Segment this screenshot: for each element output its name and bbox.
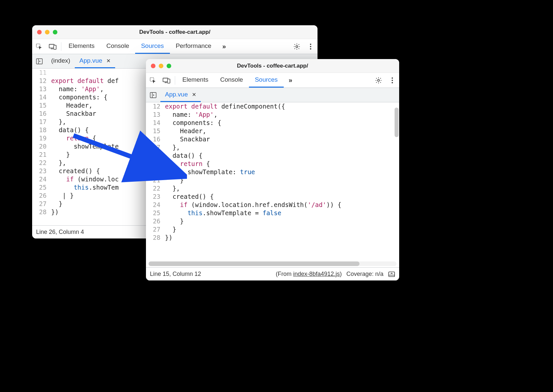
panel-tab-sources[interactable]: Sources (249, 73, 284, 88)
panel-tab-sources[interactable]: Sources (135, 39, 170, 54)
kebab-menu-icon[interactable] (304, 39, 317, 54)
file-tab-label: App.vue (79, 57, 102, 64)
svg-point-4 (310, 44, 311, 45)
svg-point-3 (296, 46, 298, 48)
navigator-toggle-icon[interactable] (32, 54, 47, 68)
select-element-icon[interactable] (32, 39, 46, 54)
devtools-panel-tabs: ElementsConsoleSourcesPerformance » (32, 39, 317, 54)
separator (175, 76, 175, 85)
overflow-tabs-icon[interactable]: » (284, 73, 297, 88)
svg-point-6 (310, 48, 311, 50)
file-tab[interactable]: App.vue✕ (75, 54, 115, 68)
device-toggle-icon[interactable] (160, 73, 174, 88)
window-minimize-button[interactable] (159, 64, 163, 68)
line-numbers: 111213141516171819202122232425262728 (32, 69, 49, 225)
file-tabs-bar: App.vue✕ (146, 88, 399, 102)
file-tab-label: (index) (51, 57, 70, 64)
titlebar[interactable]: DevTools - coffee-cart.app/ (32, 25, 317, 39)
source-map-link[interactable]: index-8bfa4912.js (293, 271, 340, 277)
cursor-position: Line 15, Column 12 (150, 271, 201, 278)
file-tab[interactable]: App.vue✕ (160, 88, 201, 102)
editor-area[interactable]: 1213141516171819202122232425262728 expor… (146, 102, 399, 261)
svg-rect-16 (389, 272, 395, 276)
window-maximize-button[interactable] (167, 64, 171, 68)
svg-point-12 (392, 77, 393, 79)
window-minimize-button[interactable] (45, 30, 50, 34)
source-mapped-from: (From index-8bfa4912.js) (276, 271, 342, 278)
traffic-lights (32, 30, 57, 34)
coverage-status: Coverage: n/a (346, 271, 383, 278)
drawer-toggle-icon[interactable] (388, 271, 395, 277)
panel-tab-console[interactable]: Console (214, 73, 249, 88)
gear-icon[interactable] (372, 73, 385, 88)
svg-point-14 (392, 82, 393, 83)
svg-point-13 (392, 80, 393, 81)
panel-tab-console[interactable]: Console (100, 39, 135, 54)
device-toggle-icon[interactable] (46, 39, 60, 54)
line-numbers: 1213141516171819202122232425262728 (146, 102, 163, 261)
file-tab[interactable]: (index) (47, 54, 75, 68)
window-close-button[interactable] (151, 64, 155, 68)
cursor-position: Line 26, Column 4 (36, 229, 84, 236)
overflow-tabs-icon[interactable]: » (217, 39, 231, 54)
panel-tab-elements[interactable]: Elements (176, 73, 214, 88)
status-bar: Line 15, Column 12 (From index-8bfa4912.… (146, 267, 399, 280)
gear-icon[interactable] (290, 39, 304, 54)
traffic-lights (146, 64, 171, 68)
separator (61, 42, 61, 51)
close-icon[interactable]: ✕ (192, 92, 196, 98)
devtools-window-after: DevTools - coffee-cart.app/ ElementsCons… (146, 59, 399, 280)
file-tab-label: App.vue (165, 91, 188, 98)
svg-rect-2 (54, 45, 56, 49)
code-content[interactable]: export default defineComponent({ name: '… (163, 102, 399, 261)
svg-point-5 (310, 46, 311, 47)
kebab-menu-icon[interactable] (385, 73, 399, 88)
titlebar[interactable]: DevTools - coffee-cart.app/ (146, 59, 399, 73)
horizontal-scrollbar[interactable] (149, 261, 397, 266)
window-title: DevTools - coffee-cart.app/ (32, 29, 317, 35)
svg-rect-10 (168, 79, 170, 83)
devtools-panel-tabs: ElementsConsoleSources » (146, 73, 399, 88)
panel-tab-performance[interactable]: Performance (170, 39, 217, 54)
panel-tab-elements[interactable]: Elements (63, 39, 100, 54)
select-element-icon[interactable] (146, 73, 160, 88)
navigator-toggle-icon[interactable] (146, 88, 160, 102)
window-close-button[interactable] (37, 30, 42, 34)
window-title: DevTools - coffee-cart.app/ (146, 63, 399, 69)
vertical-scrollbar[interactable] (395, 108, 399, 137)
window-maximize-button[interactable] (53, 30, 57, 34)
svg-point-11 (378, 79, 379, 81)
close-icon[interactable]: ✕ (106, 58, 111, 64)
